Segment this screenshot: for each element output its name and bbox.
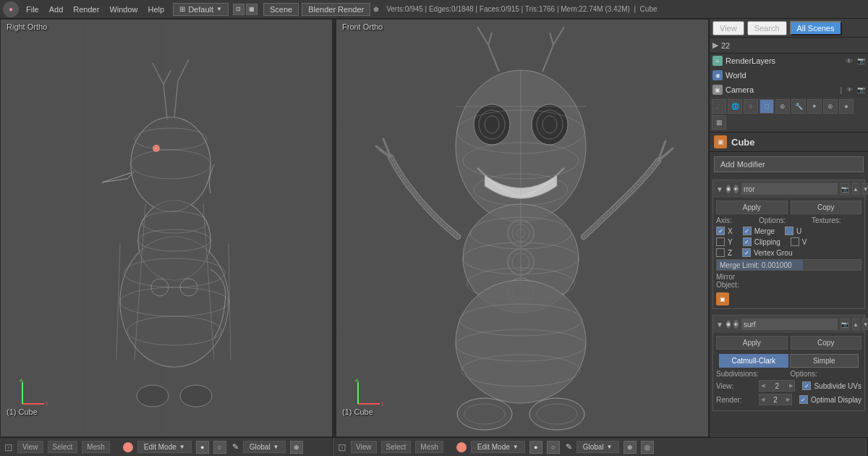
mirror-u-checkbox[interactable] <box>785 227 793 235</box>
subsurf-view-field[interactable]: 2 <box>759 380 795 392</box>
subsurf-copy-btn[interactable]: Copy <box>791 336 862 350</box>
outliner-item-camera[interactable]: ▣ Camera | 👁 📷 <box>710 83 868 97</box>
cam-render-icon: 📷 <box>857 86 865 93</box>
modifier-toggle-subsurf[interactable]: ◉ <box>726 320 731 329</box>
pivot-dropdown-left[interactable]: Global ▼ <box>243 441 286 453</box>
modifier-render-mirror[interactable]: 📷 <box>841 183 849 195</box>
outliner-item-world[interactable]: ◉ World <box>710 68 868 83</box>
mirror-x-checkbox[interactable]: ✓ <box>716 227 725 235</box>
mirror-v-checkbox[interactable] <box>791 237 799 246</box>
optimal-display-checkbox[interactable]: ✓ <box>799 395 808 404</box>
mode-dropdown-left[interactable]: Edit Mode ▼ <box>137 441 192 453</box>
menu-help[interactable]: Help <box>144 4 169 15</box>
svg-text:X: X <box>381 400 383 408</box>
prop-btn-world[interactable]: ○ <box>744 99 758 114</box>
view-type-icon2[interactable]: ▦ <box>246 4 258 15</box>
viewport-right[interactable]: Front Ortho X Z (1) Cube <box>336 19 709 437</box>
mirror-clipping-checkbox[interactable]: ✓ <box>743 237 752 246</box>
scene-selector[interactable]: Scene <box>263 3 299 16</box>
modifier-name-mirror[interactable] <box>741 183 838 195</box>
prop-btn-constraints[interactable]: ⊕ <box>775 99 790 114</box>
renderlayers-icon: ≡ <box>712 56 723 66</box>
prop-btn-physics[interactable]: ⊗ <box>823 99 838 114</box>
prop-btn-texture[interactable]: ▦ <box>712 115 726 130</box>
viewport-shading-right[interactable]: ● <box>529 441 542 454</box>
prop-btn-material[interactable]: ● <box>839 99 854 114</box>
mirror-y-checkbox[interactable] <box>716 237 725 246</box>
select-btn-left[interactable]: Select <box>48 441 78 453</box>
mirror-apply-btn[interactable]: Apply <box>716 200 788 214</box>
catmull-clark-tab[interactable]: Catmull-Clark <box>719 354 788 368</box>
options-label: Options: <box>759 216 809 224</box>
prop-btn-modifier[interactable]: 🔧 <box>791 99 806 114</box>
modifier-realtime-mirror[interactable]: 👁 <box>733 185 739 193</box>
subsurf-apply-btn[interactable]: Apply <box>716 336 788 350</box>
render-label: Render: <box>716 396 756 404</box>
view-btn-left[interactable]: View <box>17 441 43 453</box>
view-btn-right[interactable]: View <box>351 441 377 453</box>
view-type-icon[interactable]: ⊡ <box>233 4 244 15</box>
select-btn-right[interactable]: Select <box>381 441 412 453</box>
modifier-render-subsurf[interactable]: 📷 <box>841 318 849 330</box>
subsurf-collapse[interactable]: ▼ <box>716 321 723 329</box>
axis-indicator-right: X Z <box>351 379 383 411</box>
mode-dropdown-right[interactable]: Edit Mode ▼ <box>471 441 525 453</box>
viewports-container: Right Ortho X Z (1) Cube <box>0 19 709 437</box>
render-engine-selector[interactable]: Blender Render <box>302 3 370 16</box>
mesh-btn-left[interactable]: Mesh <box>82 441 109 453</box>
panel-tab-view[interactable]: View <box>712 21 744 35</box>
subsurf-render-field[interactable]: 2 <box>759 394 792 405</box>
viewport-overlay-right[interactable]: ○ <box>547 441 560 454</box>
prop-btn-object[interactable]: □ <box>760 99 774 114</box>
modifier-down-subsurf[interactable]: ▼ <box>862 318 868 330</box>
pivot-dropdown-right[interactable]: Global ▼ <box>576 441 619 453</box>
menu-file[interactable]: File <box>22 4 43 15</box>
outliner-item-renderlayers[interactable]: ≡ RenderLayers 👁 📷 <box>710 54 868 68</box>
prop-btn-scene[interactable]: 🌐 <box>728 99 742 114</box>
camera-icon: 📷 <box>857 57 865 64</box>
svg-point-41 <box>474 104 510 145</box>
subsurf-modifier-header: ▼ ◉ 👁 📷 ▲ ▼ ✕ <box>713 316 864 333</box>
add-modifier-button[interactable]: Add Modifier <box>714 156 864 172</box>
simple-tab[interactable]: Simple <box>790 354 859 368</box>
prop-btn-render[interactable]: 🎥 <box>712 99 726 114</box>
mesh-btn-right[interactable]: Mesh <box>415 441 443 453</box>
snap-btn-right[interactable]: ⊕ <box>624 441 637 454</box>
subsurf-options-label: Options: <box>791 370 862 378</box>
visibility-icon: 👁 <box>846 57 853 65</box>
proportional-btn-right[interactable]: ◎ <box>641 441 654 454</box>
subsurf-render-row: Render: 2 ✓ Optimal Display <box>716 394 861 405</box>
prop-btn-particles[interactable]: ✦ <box>807 99 822 114</box>
modifier-down-mirror[interactable]: ▼ <box>862 183 868 195</box>
modifier-realtime-subsurf[interactable]: 👁 <box>733 320 739 329</box>
viewport-left[interactable]: Right Ortho X Z (1) Cube <box>0 19 333 437</box>
menu-render[interactable]: Render <box>69 4 103 15</box>
merge-limit-row: Merge Limit: 0.001000 <box>716 259 861 271</box>
viewport-shading-left[interactable]: ● <box>196 441 209 454</box>
properties-toolbar: 🎥 🌐 ○ □ ⊕ 🔧 ✦ ⊗ ● ▦ <box>710 97 868 132</box>
v-label: V <box>802 238 807 246</box>
modifier-toggle-mirror[interactable]: ◉ <box>726 185 731 193</box>
modifier-name-subsurf[interactable] <box>741 318 838 330</box>
modifier-up-mirror[interactable]: ▲ <box>852 183 859 195</box>
svg-text:X: X <box>46 400 48 408</box>
modifier-up-subsurf[interactable]: ▲ <box>852 318 859 330</box>
mirror-vertexgrou-checkbox[interactable]: ✓ <box>742 248 751 257</box>
merge-limit-slider[interactable]: Merge Limit: 0.001000 <box>716 259 861 271</box>
workspace-selector[interactable]: ⊞ Default ▼ <box>173 3 229 16</box>
viewport-overlay-left[interactable]: ○ <box>213 441 226 454</box>
svg-point-28 <box>153 145 160 152</box>
world-icon: ◉ <box>712 70 723 80</box>
panel-tab-search[interactable]: Search <box>747 21 787 35</box>
menu-add[interactable]: Add <box>45 4 68 15</box>
panel-tab-scenes[interactable]: All Scenes <box>790 21 842 35</box>
optimal-display-label: Optimal Display <box>811 396 861 404</box>
mirror-merge-checkbox[interactable]: ✓ <box>743 227 752 235</box>
mirror-copy-btn[interactable]: Copy <box>791 200 862 214</box>
menu-window[interactable]: Window <box>105 4 142 15</box>
subdivide-uvs-checkbox[interactable]: ✓ <box>802 381 811 390</box>
modifier-collapse[interactable]: ▼ <box>716 185 723 193</box>
object-type-icon: ▣ <box>714 135 727 148</box>
snap-btn-left[interactable]: ⊕ <box>290 441 303 454</box>
mirror-z-checkbox[interactable] <box>716 248 725 257</box>
